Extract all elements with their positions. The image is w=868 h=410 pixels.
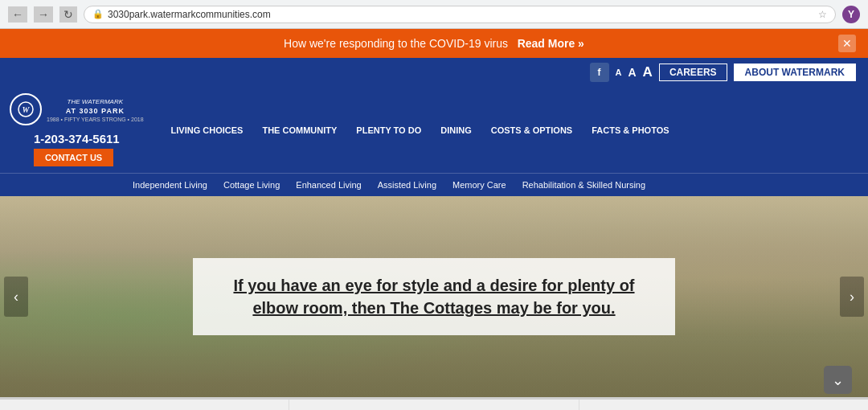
about-watermark-button[interactable]: ABOUT WATERMARK <box>734 64 856 81</box>
hero-prev-button[interactable]: ‹ <box>4 277 28 317</box>
main-nav-item[interactable]: THE COMMUNITY <box>252 117 346 143</box>
covid-read-more-link[interactable]: Read More » <box>518 37 584 50</box>
bookmark-icon: ☆ <box>818 9 827 20</box>
logo-area: W The Watermark AT 3030 PARK 1988 • FIFT… <box>0 87 154 173</box>
sub-nav-item[interactable]: Assisted Living <box>370 177 444 193</box>
scroll-down-button[interactable]: ⌄ <box>824 366 852 394</box>
hero-next-button[interactable]: › <box>840 277 864 317</box>
reload-button[interactable]: ↻ <box>59 6 77 23</box>
browser-chrome: ← → ↻ 🔒 3030park.watermarkcommunities.co… <box>0 0 868 29</box>
info-card: WATERMARK UNIVERSITY Stimulate your mind… <box>579 400 868 410</box>
main-nav-item[interactable]: COSTS & OPTIONS <box>481 117 582 143</box>
main-nav-item[interactable]: LIVING CHOICES <box>162 117 253 143</box>
contact-us-button[interactable]: CONTACT US <box>34 149 113 166</box>
hero-section: ‹ › If you have an eye for style and a d… <box>0 196 868 397</box>
covid-text: How we're responding to the COVID-19 vir… <box>284 37 508 50</box>
sub-nav-item[interactable]: Enhanced Living <box>288 177 369 193</box>
chevron-down-icon: ⌄ <box>832 371 844 389</box>
font-small-button[interactable]: A <box>616 68 622 77</box>
sub-navigation: Independent LivingCottage LivingEnhanced… <box>0 173 868 196</box>
site-header: W The Watermark AT 3030 PARK 1988 • FIFT… <box>0 87 868 196</box>
header-top: W The Watermark AT 3030 PARK 1988 • FIFT… <box>0 87 868 173</box>
url-text: 3030park.watermarkcommunities.com <box>108 9 814 20</box>
sub-nav-item[interactable]: Memory Care <box>444 177 514 193</box>
logo-tagline: 1988 • FIFTY YEARS STRONG • 2018 <box>47 117 144 122</box>
covid-banner: How we're responding to the COVID-19 vir… <box>0 29 868 58</box>
sub-nav-item[interactable]: Rehabilitation & Skilled Nursing <box>514 177 653 193</box>
hero-headline: If you have an eye for style and a desir… <box>221 274 647 319</box>
info-card: READ WHAT OTHERS ARE SAYING Read these r… <box>289 400 579 410</box>
main-nav-item[interactable]: PLENTY TO DO <box>346 117 431 143</box>
lock-icon: 🔒 <box>92 9 104 19</box>
main-nav-item[interactable]: DINING <box>431 117 481 143</box>
sub-nav-item[interactable]: Independent Living <box>125 177 215 193</box>
main-navigation: LIVING CHOICESTHE COMMUNITYPLENTY TO DOD… <box>154 117 687 143</box>
svg-text:W: W <box>23 105 31 114</box>
main-nav-item[interactable]: FACTS & PHOTOS <box>582 117 678 143</box>
logo-icon: W <box>10 93 42 125</box>
hero-text-box: If you have an eye for style and a desir… <box>193 258 675 335</box>
font-medium-button[interactable]: A <box>628 66 636 79</box>
address-bar[interactable]: 🔒 3030park.watermarkcommunities.com ☆ <box>84 6 836 23</box>
careers-button[interactable]: CAREERS <box>659 64 727 81</box>
forward-button[interactable]: → <box>34 6 53 23</box>
user-avatar[interactable]: Y <box>842 6 860 23</box>
font-large-button[interactable]: A <box>643 64 653 80</box>
facebook-button[interactable]: f <box>590 63 609 82</box>
back-button[interactable]: ← <box>8 6 27 23</box>
logo-name: The Watermark AT 3030 PARK <box>47 98 144 116</box>
info-card: WE'RE HERE TO HELP We are here to suppor… <box>0 400 289 410</box>
phone-number[interactable]: 1-203-374-5611 <box>34 132 120 146</box>
sub-nav-item[interactable]: Cottage Living <box>215 177 288 193</box>
covid-close-button[interactable]: ✕ <box>838 35 856 52</box>
top-bar: f A A A CAREERS ABOUT WATERMARK <box>0 58 868 87</box>
bottom-cards: WE'RE HERE TO HELP We are here to suppor… <box>0 397 868 410</box>
